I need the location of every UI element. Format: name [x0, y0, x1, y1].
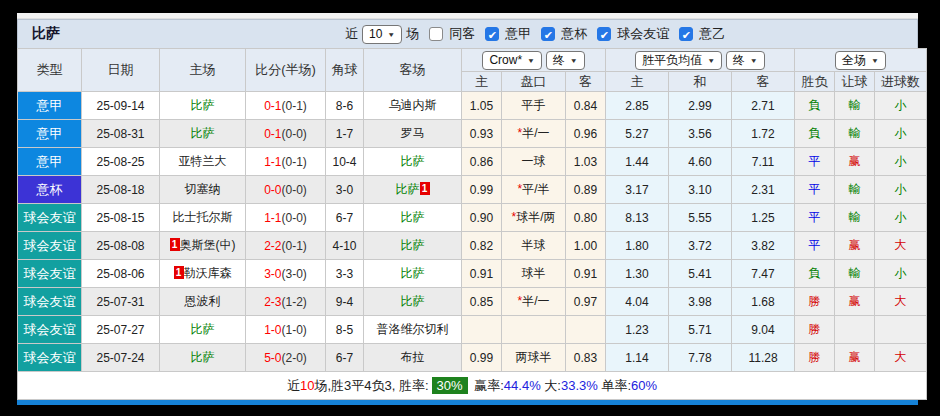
bottom-accent-line: [17, 400, 918, 405]
summary-row: 近10场,胜3平4负3, 胜率:30% 赢率:44.4% 大:33.3% 单率:…: [18, 372, 927, 400]
fulltime-score: 2-2: [264, 239, 281, 253]
matches-label: 场: [406, 25, 419, 43]
away-team-cell[interactable]: 比萨: [364, 260, 462, 288]
away-team-cell[interactable]: 罗马: [364, 120, 462, 148]
avg-draw-cell: 2.99: [669, 92, 732, 120]
match-type-cell: 意甲: [18, 92, 82, 120]
odds-company-select[interactable]: Crow*▼: [482, 51, 542, 70]
away-team-cell[interactable]: 比萨: [364, 288, 462, 316]
league-label-club-friendly: 球会友谊: [617, 25, 669, 43]
score-cell: 5-0(2-0): [246, 344, 326, 372]
recent-count-select[interactable]: 10 ▼: [362, 25, 402, 44]
home-team-cell[interactable]: 1奥斯堡(中): [160, 232, 246, 260]
col-header-odds-home: 主: [462, 72, 502, 92]
avg-odds-select[interactable]: 胜平负均值▼: [635, 51, 722, 70]
match-row[interactable]: 球会友谊 25-08-08 1奥斯堡(中) 2-2(0-1) 4-10 比萨 0…: [18, 232, 927, 260]
league-checkbox-italy-cup[interactable]: ✔: [541, 27, 555, 41]
away-team-name: 布拉: [401, 350, 425, 364]
match-row[interactable]: 意杯 25-08-18 切塞纳 0-0(0-0) 3-0 比萨1 0.99 *平…: [18, 176, 927, 204]
avg-draw-cell: 3.56: [669, 120, 732, 148]
odds-stage-select-1[interactable]: 终▼: [546, 51, 585, 70]
odds-stage-select-2[interactable]: 终▼: [726, 51, 765, 70]
away-team-cell[interactable]: 乌迪内斯: [364, 92, 462, 120]
league-checkbox-serie-b[interactable]: ✔: [679, 27, 693, 41]
home-team-cell[interactable]: 比萨: [160, 344, 246, 372]
handicap-cell: 球半: [502, 260, 566, 288]
col-header-score: 比分(半场): [246, 49, 326, 92]
league-checkbox-club-friendly[interactable]: ✔: [597, 27, 611, 41]
handicap-value: 平手: [522, 98, 546, 112]
home-team-cell[interactable]: 亚特兰大: [160, 148, 246, 176]
single-rate: 60%: [631, 378, 657, 393]
home-team-name: 比萨: [191, 350, 215, 364]
home-team-cell[interactable]: 1勒沃库森: [160, 260, 246, 288]
corner-cell: 4-10: [326, 232, 364, 260]
goals-cell: [875, 316, 927, 344]
handicap-cell: 平手: [502, 92, 566, 120]
match-row[interactable]: 球会友谊 25-08-15 比士托尔斯 1-1(0-0) 6-7 比萨 0.90…: [18, 204, 927, 232]
result-cell: 勝: [795, 288, 835, 316]
match-type-cell: 球会友谊: [18, 344, 82, 372]
home-team-cell[interactable]: 切塞纳: [160, 176, 246, 204]
match-row[interactable]: 球会友谊 25-07-24 比萨 5-0(2-0) 6-7 布拉 0.99 两球…: [18, 344, 927, 372]
away-team-cell[interactable]: 比萨1: [364, 176, 462, 204]
same-away-label: 同客: [449, 25, 475, 43]
match-type-cell: 球会友谊: [18, 204, 82, 232]
handicap-result-cell: 赢: [835, 288, 875, 316]
match-row[interactable]: 意甲 25-08-31 比萨 0-1(0-0) 1-7 罗马 0.93 *半/一…: [18, 120, 927, 148]
summary-cell: 近10场,胜3平4负3, 胜率:30% 赢率:44.4% 大:33.3% 单率:…: [18, 372, 927, 400]
col-header-goals: 进球数: [875, 72, 927, 92]
avg-home-cell: 5.27: [606, 120, 669, 148]
score-cell: 1-1(0-1): [246, 148, 326, 176]
same-away-checkbox[interactable]: [429, 27, 443, 41]
col-header-result: 胜负: [795, 72, 835, 92]
chevron-down-icon: ▼: [750, 54, 758, 66]
match-row[interactable]: 球会友谊 25-07-31 恩波利 2-3(1-2) 9-4 比萨 0.85 *…: [18, 288, 927, 316]
home-team-cell[interactable]: 恩波利: [160, 288, 246, 316]
home-team-cell[interactable]: 比萨: [160, 120, 246, 148]
halftime-score: (1-2): [282, 295, 307, 309]
matches-table: 类型 日期 主场 比分(半场) 角球 客场 Crow*▼ 终▼ 胜平负均值▼ 终…: [17, 48, 927, 400]
halftime-score: (1-0): [282, 323, 307, 337]
league-label-serie-a: 意甲: [505, 25, 531, 43]
away-team-cell[interactable]: 比萨: [364, 148, 462, 176]
away-team-name: 比萨: [401, 238, 425, 252]
fulltime-score: 1-1: [264, 211, 281, 225]
home-team-name: 亚特兰大: [179, 154, 227, 168]
home-team-cell[interactable]: 比萨: [160, 92, 246, 120]
match-row[interactable]: 球会友谊 25-08-06 1勒沃库森 3-0(3-0) 3-3 比萨 0.91…: [18, 260, 927, 288]
stats-window: 比萨 近 10 ▼ 场 同客 ✔意甲 ✔意杯 ✔球会友谊 ✔意乙 类型 日期: [17, 13, 918, 405]
date-cell: 25-08-08: [82, 232, 160, 260]
chevron-down-icon: ▼: [570, 54, 578, 66]
goals-cell: 小: [875, 176, 927, 204]
result-cell: 負: [795, 120, 835, 148]
scope-select[interactable]: 全场▼: [835, 51, 886, 70]
away-team-cell[interactable]: 比萨: [364, 232, 462, 260]
league-checkbox-serie-a[interactable]: ✔: [485, 27, 499, 41]
home-team-cell[interactable]: 比萨: [160, 316, 246, 344]
goals-cell: 大: [875, 232, 927, 260]
red-card-badge: 1: [170, 238, 180, 251]
match-row[interactable]: 意甲 25-08-25 亚特兰大 1-1(0-1) 10-4 比萨 0.86 一…: [18, 148, 927, 176]
handicap-win-rate: 44.4%: [504, 378, 541, 393]
fulltime-score: 1-1: [264, 155, 281, 169]
away-team-cell[interactable]: 布拉: [364, 344, 462, 372]
handicap-value: 球半: [522, 266, 546, 280]
odds-away-cell: 0.96: [566, 120, 606, 148]
odds-away-cell: 0.80: [566, 204, 606, 232]
score-cell: 1-1(0-0): [246, 204, 326, 232]
fulltime-score: 0-0: [264, 183, 281, 197]
home-team-name: 切塞纳: [185, 182, 221, 196]
result-cell: 平: [795, 148, 835, 176]
away-team-cell[interactable]: 比萨: [364, 204, 462, 232]
home-team-name: 比萨: [191, 126, 215, 140]
home-team-cell[interactable]: 比士托尔斯: [160, 204, 246, 232]
halftime-score: (0-0): [282, 183, 307, 197]
odds-home-cell: 0.99: [462, 344, 502, 372]
score-cell: 3-0(3-0): [246, 260, 326, 288]
handicap-value: 两球半: [516, 350, 552, 364]
away-team-cell[interactable]: 普洛维尔切利: [364, 316, 462, 344]
recent-count-value: 10: [300, 378, 314, 393]
match-row[interactable]: 意甲 25-09-14 比萨 0-1(0-1) 8-6 乌迪内斯 1.05 平手…: [18, 92, 927, 120]
match-row[interactable]: 球会友谊 25-07-27 比萨 1-0(1-0) 8-5 普洛维尔切利 1.2…: [18, 316, 927, 344]
